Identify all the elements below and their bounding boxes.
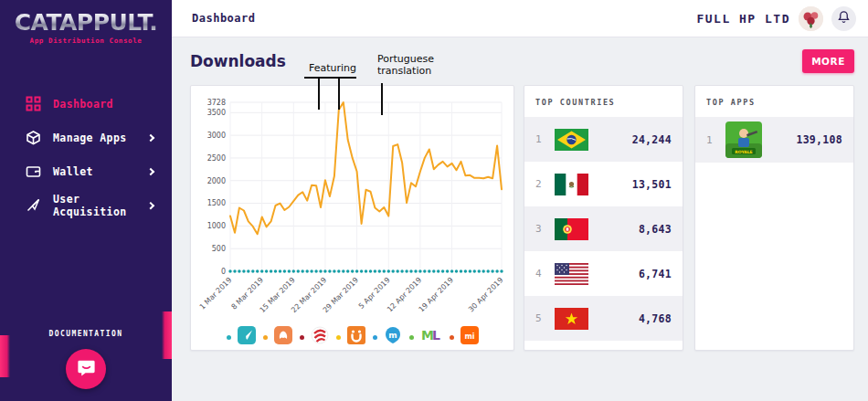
main-area: Dashboard FULL HP LTD Downloads MORE (172, 0, 868, 401)
vietnam-flag (555, 308, 588, 330)
documentation-link[interactable]: DOCUMENTATION (0, 330, 172, 338)
mexico-flag (555, 174, 588, 195)
rank-label: 4 (535, 268, 550, 280)
legend-item-bird-store-icon[interactable] (263, 326, 292, 348)
annotation-line (338, 79, 340, 110)
rank-label: 5 (535, 312, 550, 324)
downloads-value: 4,768 (639, 312, 672, 325)
usa-flag (555, 263, 588, 285)
rocket-icon (26, 197, 41, 213)
portugal-flag (555, 218, 588, 240)
table-row[interactable]: 38,643 (524, 206, 683, 251)
rank-label: 1 (535, 133, 550, 145)
annotation-portuguese-label: Portuguese translation (377, 53, 443, 77)
m-drop-store-icon: m (384, 326, 402, 348)
legend-item-m-drop-store-icon[interactable]: m (373, 326, 402, 348)
svg-text:3728: 3728 (207, 99, 226, 107)
sidebar-item-wallet[interactable]: Wallet (0, 154, 172, 188)
downloads-line-chart[interactable]: 050010001500200025003000350037281 Mar 20… (197, 91, 507, 325)
bird-store-icon (274, 326, 292, 348)
svg-text:3000: 3000 (207, 132, 226, 140)
downloads-chart-card: 050010001500200025003000350037281 Mar 20… (190, 85, 514, 351)
top-countries-card: TOP COUNTRIES 124,244213,50138,64346,741… (524, 85, 683, 351)
grid-icon (26, 96, 41, 111)
rank-label: 1 (706, 134, 721, 146)
box-icon (26, 130, 41, 145)
table-row[interactable]: 54,768 (524, 296, 683, 341)
topbar: Dashboard FULL HP LTD (172, 0, 868, 37)
table-row[interactable]: 46,741 (524, 251, 683, 296)
brazil-flag (555, 129, 588, 151)
mi-store-icon: mi (460, 326, 479, 348)
svg-text:5 Apr 2019: 5 Apr 2019 (357, 276, 392, 311)
cards-row: 050010001500200025003000350037281 Mar 20… (190, 85, 854, 351)
chevron-right-icon (147, 201, 154, 208)
svg-text:ROYALE: ROYALE (735, 150, 752, 154)
avatar[interactable] (799, 6, 823, 31)
brand-block[interactable]: CATAPPULT. App Distribution Console (0, 0, 172, 45)
downloads-value: 139,108 (796, 133, 842, 146)
chevron-right-icon (147, 133, 154, 141)
svg-text:2000: 2000 (207, 177, 226, 185)
sidebar-item-label: Manage Apps (53, 132, 127, 144)
notifications-button[interactable] (831, 6, 856, 31)
more-button[interactable]: MORE (802, 49, 854, 73)
top-countries-rows: 124,244213,50138,64346,74154,768 (524, 117, 683, 341)
pink-accent-bar-right (162, 311, 172, 359)
legend-dot (300, 335, 304, 340)
table-row[interactable]: 124,244 (524, 117, 683, 162)
svg-text:0: 0 (221, 268, 226, 276)
svg-text:500: 500 (212, 245, 226, 253)
u-dots-store-icon (347, 326, 365, 348)
legend-dot (373, 335, 377, 340)
svg-text:m: m (388, 331, 397, 340)
brand-tagline: App Distribution Console (0, 37, 172, 45)
legend-item-u-dots-store-icon[interactable] (336, 326, 365, 348)
svg-text:1500: 1500 (207, 199, 226, 207)
svg-text:3500: 3500 (207, 109, 226, 117)
sidebar-menu: Dashboard Manage Apps Wallet (0, 87, 172, 222)
battle-royale-app-icon: ROYALE (725, 121, 762, 158)
topbar-right: FULL HP LTD (696, 6, 856, 31)
downloads-value: 6,741 (639, 268, 672, 280)
account-name[interactable]: FULL HP LTD (696, 12, 790, 26)
legend-dot (336, 335, 341, 340)
chevron-right-icon (147, 167, 154, 174)
svg-text:1 Mar 2019: 1 Mar 2019 (198, 276, 234, 311)
sidebar-item-label: Wallet (53, 165, 93, 178)
sidebar-item-user-acquisition[interactable]: User Acquisition (0, 188, 172, 222)
content-header: Downloads MORE (190, 49, 854, 73)
annotation-line (381, 83, 383, 115)
annotation-featuring-label: Featuring (309, 62, 356, 74)
sidebar-item-label: User Acquisition (53, 193, 148, 218)
paper-plane-store-icon (238, 326, 256, 348)
legend-dot (263, 335, 268, 340)
sidebar-item-dashboard[interactable]: Dashboard (0, 87, 172, 121)
svg-text:L: L (432, 328, 440, 343)
dashboard-content: Downloads MORE 0500100015002000250030003… (172, 49, 868, 351)
page-title: Dashboard (192, 12, 256, 25)
legend-item-swirl-store-icon[interactable] (300, 326, 329, 348)
svg-text:2500: 2500 (207, 154, 226, 163)
pink-accent-bar-left (0, 335, 10, 377)
rank-label: 3 (535, 223, 550, 235)
sidebar: CATAPPULT. App Distribution Console Dash… (0, 0, 172, 401)
legend-dot (227, 335, 231, 340)
downloads-title: Downloads (190, 52, 286, 70)
downloads-value: 13,501 (632, 178, 672, 191)
chat-button[interactable] (66, 349, 106, 389)
top-apps-card: TOP APPS 1ROYALE139,108 (694, 85, 854, 351)
annotation-line (318, 79, 320, 110)
legend-item-ml-letters-store-icon[interactable]: ML (409, 326, 442, 348)
sidebar-item-manage-apps[interactable]: Manage Apps (0, 121, 172, 154)
table-row[interactable]: 213,501 (524, 162, 683, 206)
legend-item-mi-store-icon[interactable]: mi (450, 326, 479, 348)
legend-item-paper-plane-store-icon[interactable] (227, 326, 256, 348)
swirl-store-icon (311, 326, 329, 348)
legend-dot (409, 335, 414, 340)
chart-legend: mMLmi (197, 325, 507, 349)
table-row[interactable]: 1ROYALE139,108 (695, 117, 853, 163)
top-apps-title: TOP APPS (695, 86, 853, 117)
brand-logo: CATAPPULT. (0, 9, 172, 36)
annotation-featuring-underline (304, 77, 356, 79)
